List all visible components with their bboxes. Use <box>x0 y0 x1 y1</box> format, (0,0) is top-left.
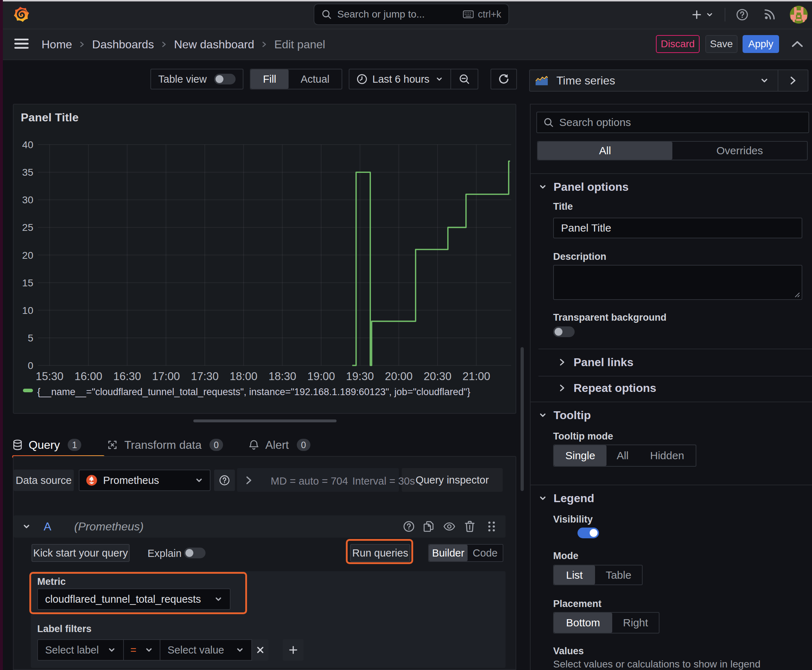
collapse-header-button[interactable] <box>791 40 804 48</box>
svg-text:30: 30 <box>22 195 33 205</box>
prometheus-logo <box>86 475 97 486</box>
legend-placement-right[interactable]: Right <box>612 613 659 633</box>
run-queries-button[interactable]: Run queries <box>350 544 410 562</box>
title-input[interactable]: Panel Title <box>553 218 802 239</box>
datasource-help-button[interactable] <box>214 470 235 491</box>
drag-handle-icon[interactable] <box>488 521 495 532</box>
description-textarea[interactable] <box>553 265 802 300</box>
query-ref-id[interactable]: A <box>44 520 51 533</box>
visualization-picker[interactable]: Time series <box>529 69 809 91</box>
breadcrumb-new-dashboard[interactable]: New dashboard <box>174 38 254 51</box>
desktop-edge-strip <box>0 0 3 670</box>
table-view-control[interactable]: Table view <box>150 69 244 90</box>
select-value-dropdown[interactable]: Select value <box>160 639 252 661</box>
panel-links-header[interactable]: Panel links <box>559 354 633 371</box>
menu-toggle[interactable] <box>14 39 29 49</box>
user-avatar[interactable] <box>790 6 808 24</box>
actual-option[interactable]: Actual <box>288 69 342 89</box>
table-view-toggle[interactable] <box>214 74 236 85</box>
new-button[interactable] <box>687 6 717 24</box>
filter-overrides[interactable]: Overrides <box>672 142 807 160</box>
query-builder: Metric cloudflared_tunnel_total_requests… <box>31 571 505 668</box>
datasource-picker[interactable]: Prometheus <box>79 470 210 491</box>
discard-button[interactable]: Discard <box>656 35 700 53</box>
zoom-out-button[interactable] <box>451 69 478 89</box>
svg-text:21:00: 21:00 <box>463 370 490 382</box>
duplicate-icon[interactable] <box>423 521 434 532</box>
kick-start-button[interactable]: Kick start your query <box>32 544 130 562</box>
legend-header[interactable]: Legend <box>539 489 594 508</box>
hamburger-icon <box>14 39 29 49</box>
breadcrumb-dashboards[interactable]: Dashboards <box>92 38 154 51</box>
tooltip-single[interactable]: Single <box>554 445 607 466</box>
trash-icon[interactable] <box>465 521 475 532</box>
legend-placement-group: Bottom Right <box>553 612 659 633</box>
repeat-options-header[interactable]: Repeat options <box>559 379 656 397</box>
refresh-button[interactable] <box>490 69 517 90</box>
tooltip-header[interactable]: Tooltip <box>539 406 591 425</box>
query-help-icon[interactable] <box>403 521 415 532</box>
add-filter-button[interactable] <box>283 639 303 661</box>
legend-placement-label: Placement <box>553 599 602 609</box>
tooltip-hidden[interactable]: Hidden <box>639 445 696 466</box>
svg-text:40: 40 <box>22 139 33 150</box>
chevron-down-icon <box>760 76 769 85</box>
svg-text:19:00: 19:00 <box>307 370 335 382</box>
grafana-logo[interactable] <box>14 5 29 24</box>
filter-all[interactable]: All <box>538 142 672 160</box>
panel-title[interactable]: Panel Title <box>21 111 79 124</box>
breadcrumb-home[interactable]: Home <box>42 38 72 51</box>
eye-icon[interactable] <box>443 522 455 531</box>
svg-text:35: 35 <box>22 167 33 178</box>
builder-option[interactable]: Builder <box>429 545 468 561</box>
keyboard-icon <box>463 10 474 18</box>
builder-code-group: Builder Code <box>428 544 503 562</box>
news-button[interactable] <box>764 8 775 20</box>
stats-md: MD = auto = 704 <box>271 475 348 487</box>
tooltip-all[interactable]: All <box>607 445 638 466</box>
time-range-picker[interactable]: Last 6 hours <box>349 69 450 89</box>
options-search-placeholder: Search options <box>559 116 631 129</box>
metric-select[interactable]: cloudflared_tunnel_total_requests <box>37 589 231 610</box>
fill-option[interactable]: Fill <box>251 69 288 89</box>
query-row-header[interactable]: A (Prometheus) <box>14 515 505 538</box>
explain-toggle[interactable] <box>184 548 205 558</box>
transparent-bg-toggle[interactable] <box>553 327 575 337</box>
select-label-dropdown[interactable]: Select label <box>37 639 124 661</box>
breadcrumb-sep-icon <box>260 40 268 49</box>
legend-visibility-toggle[interactable] <box>578 528 599 538</box>
tab-alert[interactable]: Alert 0 <box>236 433 323 457</box>
options-search-input[interactable]: Search options <box>536 112 809 133</box>
time-series-chart[interactable]: 051015202530354015:3016:0016:3017:0017:3… <box>14 133 516 399</box>
code-option[interactable]: Code <box>468 545 503 561</box>
datasource-label: Data source <box>14 470 74 491</box>
tab-transform[interactable]: Transform data 0 <box>94 433 236 457</box>
time-range-label: Last 6 hours <box>372 73 430 85</box>
fill-actual-group: Fill Actual <box>250 69 342 90</box>
description-label: Description <box>553 251 607 262</box>
main-scrollbar-thumb[interactable] <box>520 347 524 491</box>
panel-options-header[interactable]: Panel options <box>539 176 629 198</box>
save-button[interactable]: Save <box>705 35 737 53</box>
tab-query[interactable]: Query 1 <box>13 433 94 457</box>
apply-button[interactable]: Apply <box>742 35 779 53</box>
expand-stats-button[interactable] <box>246 475 252 485</box>
svg-text:18:00: 18:00 <box>230 370 258 382</box>
collapse-options-button[interactable] <box>778 70 808 91</box>
operator-dropdown[interactable]: = <box>124 639 160 661</box>
query-inspector-button[interactable]: Query inspector <box>402 468 503 492</box>
legend-mode-table[interactable]: Table <box>595 565 642 584</box>
svg-text:19:30: 19:30 <box>346 370 374 382</box>
search-input[interactable]: Search or jump to... ctrl+k <box>314 3 509 25</box>
search-shortcut: ctrl+k <box>478 9 501 20</box>
svg-text:16:00: 16:00 <box>75 370 102 382</box>
svg-text:15: 15 <box>22 277 33 288</box>
pane-resize-handle[interactable] <box>193 420 337 422</box>
chevron-up-icon <box>791 40 804 48</box>
remove-filter-button[interactable] <box>252 639 268 661</box>
help-button[interactable] <box>736 8 748 21</box>
chevron-down-icon <box>539 183 547 191</box>
svg-text:18:30: 18:30 <box>268 370 297 382</box>
legend-placement-bottom[interactable]: Bottom <box>554 613 612 633</box>
legend-mode-list[interactable]: List <box>554 565 595 584</box>
